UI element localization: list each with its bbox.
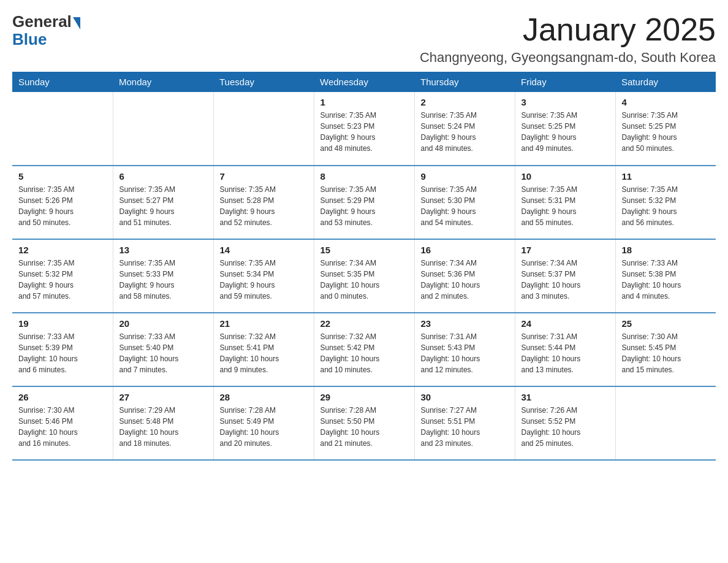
day-info: Sunrise: 7:35 AM Sunset: 5:33 PM Dayligh… bbox=[119, 258, 207, 302]
day-info: Sunrise: 7:27 AM Sunset: 5:51 PM Dayligh… bbox=[421, 405, 509, 449]
day-info: Sunrise: 7:34 AM Sunset: 5:36 PM Dayligh… bbox=[421, 258, 509, 302]
day-info: Sunrise: 7:34 AM Sunset: 5:37 PM Dayligh… bbox=[521, 258, 609, 302]
calendar-cell bbox=[113, 92, 213, 166]
calendar-week-row: 12Sunrise: 7:35 AM Sunset: 5:32 PM Dayli… bbox=[12, 239, 716, 313]
day-info: Sunrise: 7:35 AM Sunset: 5:24 PM Dayligh… bbox=[421, 110, 509, 154]
day-info: Sunrise: 7:28 AM Sunset: 5:50 PM Dayligh… bbox=[320, 405, 408, 449]
day-number: 21 bbox=[220, 318, 308, 329]
day-info: Sunrise: 7:35 AM Sunset: 5:26 PM Dayligh… bbox=[18, 184, 107, 228]
day-number: 12 bbox=[18, 245, 107, 255]
calendar-cell: 8Sunrise: 7:35 AM Sunset: 5:29 PM Daylig… bbox=[314, 166, 414, 239]
day-info: Sunrise: 7:26 AM Sunset: 5:52 PM Dayligh… bbox=[521, 405, 609, 449]
calendar-cell: 2Sunrise: 7:35 AM Sunset: 5:24 PM Daylig… bbox=[414, 92, 515, 166]
calendar-cell: 19Sunrise: 7:33 AM Sunset: 5:39 PM Dayli… bbox=[12, 313, 113, 386]
logo: General Blue bbox=[12, 12, 80, 49]
day-number: 1 bbox=[320, 97, 408, 107]
calendar-cell: 12Sunrise: 7:35 AM Sunset: 5:32 PM Dayli… bbox=[12, 239, 113, 313]
logo-triangle-icon bbox=[73, 17, 80, 29]
day-number: 9 bbox=[421, 171, 509, 182]
calendar-cell bbox=[12, 92, 113, 166]
day-number: 29 bbox=[320, 392, 408, 402]
calendar-cell: 22Sunrise: 7:32 AM Sunset: 5:42 PM Dayli… bbox=[314, 313, 414, 386]
calendar-cell: 4Sunrise: 7:35 AM Sunset: 5:25 PM Daylig… bbox=[615, 92, 716, 166]
logo-general-text: General bbox=[12, 12, 72, 31]
day-number: 14 bbox=[220, 245, 308, 255]
day-number: 30 bbox=[421, 392, 509, 402]
day-number: 17 bbox=[521, 245, 609, 255]
day-number: 7 bbox=[220, 171, 308, 182]
day-info: Sunrise: 7:35 AM Sunset: 5:23 PM Dayligh… bbox=[320, 110, 408, 154]
day-number: 26 bbox=[18, 392, 107, 402]
day-info: Sunrise: 7:35 AM Sunset: 5:28 PM Dayligh… bbox=[220, 184, 308, 228]
day-number: 5 bbox=[18, 171, 107, 182]
calendar-day-header: Tuesday bbox=[213, 72, 314, 92]
day-info: Sunrise: 7:31 AM Sunset: 5:43 PM Dayligh… bbox=[421, 331, 509, 375]
day-number: 4 bbox=[622, 97, 710, 107]
calendar-day-header: Wednesday bbox=[314, 72, 414, 92]
day-number: 20 bbox=[119, 318, 207, 329]
calendar-cell: 29Sunrise: 7:28 AM Sunset: 5:50 PM Dayli… bbox=[314, 386, 414, 460]
calendar-cell: 14Sunrise: 7:35 AM Sunset: 5:34 PM Dayli… bbox=[213, 239, 314, 313]
calendar-cell: 28Sunrise: 7:28 AM Sunset: 5:49 PM Dayli… bbox=[213, 386, 314, 460]
day-number: 3 bbox=[521, 97, 609, 107]
calendar-cell: 13Sunrise: 7:35 AM Sunset: 5:33 PM Dayli… bbox=[113, 239, 213, 313]
day-info: Sunrise: 7:35 AM Sunset: 5:31 PM Dayligh… bbox=[521, 184, 609, 228]
calendar-cell: 27Sunrise: 7:29 AM Sunset: 5:48 PM Dayli… bbox=[113, 386, 213, 460]
calendar-week-row: 26Sunrise: 7:30 AM Sunset: 5:46 PM Dayli… bbox=[12, 386, 716, 460]
day-info: Sunrise: 7:31 AM Sunset: 5:44 PM Dayligh… bbox=[521, 331, 609, 375]
calendar-day-header: Thursday bbox=[414, 72, 515, 92]
main-title: January 2025 bbox=[420, 12, 716, 47]
calendar-cell: 7Sunrise: 7:35 AM Sunset: 5:28 PM Daylig… bbox=[213, 166, 314, 239]
subtitle: Changnyeong, Gyeongsangnam-do, South Kor… bbox=[420, 50, 716, 66]
logo-blue-text: Blue bbox=[12, 30, 47, 49]
calendar-day-header: Sunday bbox=[12, 72, 113, 92]
calendar-day-header: Monday bbox=[113, 72, 213, 92]
day-number: 13 bbox=[119, 245, 207, 255]
calendar-cell bbox=[213, 92, 314, 166]
calendar-cell: 5Sunrise: 7:35 AM Sunset: 5:26 PM Daylig… bbox=[12, 166, 113, 239]
calendar-cell: 10Sunrise: 7:35 AM Sunset: 5:31 PM Dayli… bbox=[515, 166, 615, 239]
day-info: Sunrise: 7:30 AM Sunset: 5:45 PM Dayligh… bbox=[622, 331, 710, 375]
calendar-cell: 15Sunrise: 7:34 AM Sunset: 5:35 PM Dayli… bbox=[314, 239, 414, 313]
calendar-header-row: SundayMondayTuesdayWednesdayThursdayFrid… bbox=[12, 72, 716, 92]
calendar-cell: 25Sunrise: 7:30 AM Sunset: 5:45 PM Dayli… bbox=[615, 313, 716, 386]
day-info: Sunrise: 7:35 AM Sunset: 5:29 PM Dayligh… bbox=[320, 184, 408, 228]
day-info: Sunrise: 7:35 AM Sunset: 5:25 PM Dayligh… bbox=[622, 110, 710, 154]
day-number: 23 bbox=[421, 318, 509, 329]
day-number: 6 bbox=[119, 171, 207, 182]
calendar-cell: 11Sunrise: 7:35 AM Sunset: 5:32 PM Dayli… bbox=[615, 166, 716, 239]
day-number: 2 bbox=[421, 97, 509, 107]
calendar-day-header: Saturday bbox=[615, 72, 716, 92]
calendar-cell: 31Sunrise: 7:26 AM Sunset: 5:52 PM Dayli… bbox=[515, 386, 615, 460]
calendar-cell: 18Sunrise: 7:33 AM Sunset: 5:38 PM Dayli… bbox=[615, 239, 716, 313]
title-section: January 2025 Changnyeong, Gyeongsangnam-… bbox=[420, 12, 716, 66]
calendar-cell: 24Sunrise: 7:31 AM Sunset: 5:44 PM Dayli… bbox=[515, 313, 615, 386]
day-number: 11 bbox=[622, 171, 710, 182]
day-info: Sunrise: 7:32 AM Sunset: 5:42 PM Dayligh… bbox=[320, 331, 408, 375]
calendar-week-row: 1Sunrise: 7:35 AM Sunset: 5:23 PM Daylig… bbox=[12, 92, 716, 166]
calendar-cell: 23Sunrise: 7:31 AM Sunset: 5:43 PM Dayli… bbox=[414, 313, 515, 386]
day-info: Sunrise: 7:35 AM Sunset: 5:32 PM Dayligh… bbox=[18, 258, 107, 302]
calendar-cell: 9Sunrise: 7:35 AM Sunset: 5:30 PM Daylig… bbox=[414, 166, 515, 239]
calendar-cell bbox=[615, 386, 716, 460]
day-info: Sunrise: 7:33 AM Sunset: 5:38 PM Dayligh… bbox=[622, 258, 710, 302]
day-info: Sunrise: 7:34 AM Sunset: 5:35 PM Dayligh… bbox=[320, 258, 408, 302]
page-header: General Blue January 2025 Changnyeong, G… bbox=[12, 12, 716, 66]
day-number: 25 bbox=[622, 318, 710, 329]
day-number: 8 bbox=[320, 171, 408, 182]
day-number: 16 bbox=[421, 245, 509, 255]
day-number: 19 bbox=[18, 318, 107, 329]
day-info: Sunrise: 7:33 AM Sunset: 5:39 PM Dayligh… bbox=[18, 331, 107, 375]
calendar-cell: 26Sunrise: 7:30 AM Sunset: 5:46 PM Dayli… bbox=[12, 386, 113, 460]
calendar-cell: 6Sunrise: 7:35 AM Sunset: 5:27 PM Daylig… bbox=[113, 166, 213, 239]
day-info: Sunrise: 7:35 AM Sunset: 5:27 PM Dayligh… bbox=[119, 184, 207, 228]
calendar-cell: 30Sunrise: 7:27 AM Sunset: 5:51 PM Dayli… bbox=[414, 386, 515, 460]
calendar-day-header: Friday bbox=[515, 72, 615, 92]
calendar-week-row: 5Sunrise: 7:35 AM Sunset: 5:26 PM Daylig… bbox=[12, 166, 716, 239]
calendar-week-row: 19Sunrise: 7:33 AM Sunset: 5:39 PM Dayli… bbox=[12, 313, 716, 386]
day-info: Sunrise: 7:30 AM Sunset: 5:46 PM Dayligh… bbox=[18, 405, 107, 449]
day-info: Sunrise: 7:35 AM Sunset: 5:34 PM Dayligh… bbox=[220, 258, 308, 302]
day-info: Sunrise: 7:28 AM Sunset: 5:49 PM Dayligh… bbox=[220, 405, 308, 449]
day-number: 31 bbox=[521, 392, 609, 402]
day-number: 15 bbox=[320, 245, 408, 255]
